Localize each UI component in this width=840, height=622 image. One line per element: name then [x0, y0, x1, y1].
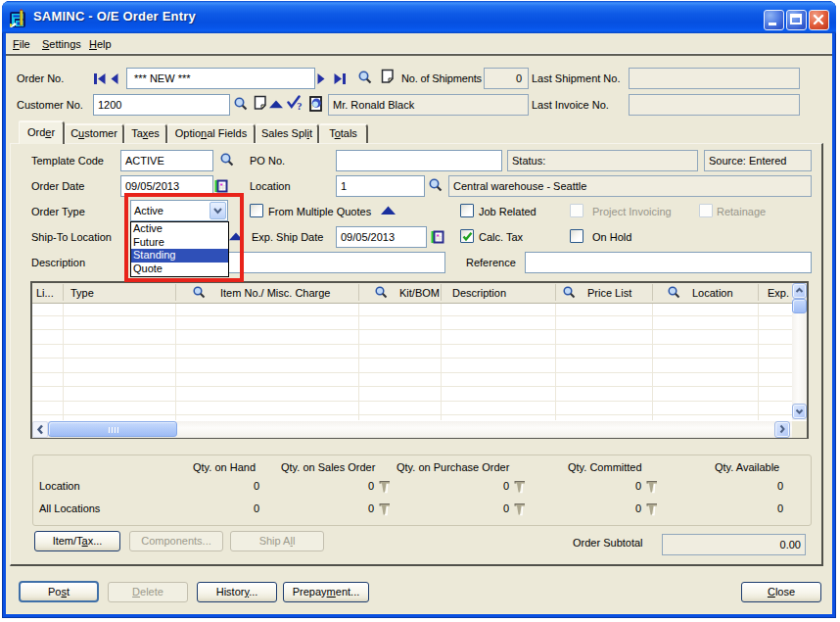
svg-text:?: ? — [297, 101, 302, 112]
